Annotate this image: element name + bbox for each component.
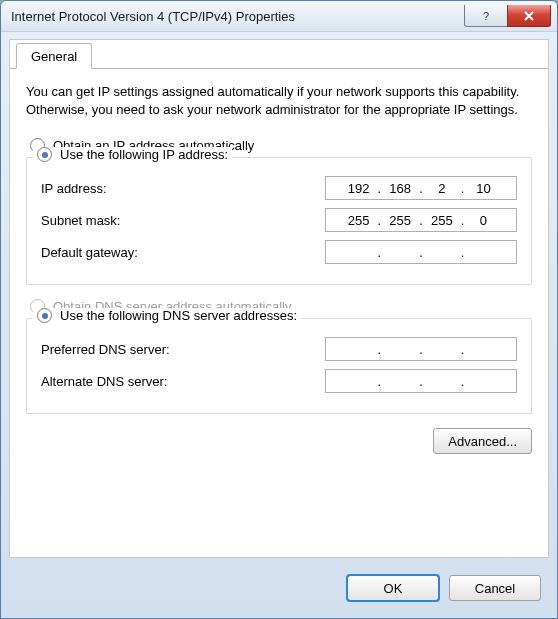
radio-manual-dns[interactable] (37, 308, 52, 323)
radio-manual-ip-label: Use the following IP address: (60, 147, 228, 162)
tabstrip: General (10, 40, 548, 69)
radio-manual-ip[interactable] (37, 147, 52, 162)
caption-buttons: ? (464, 5, 551, 27)
description-text: You can get IP settings assigned automat… (26, 83, 532, 118)
help-icon: ? (483, 10, 489, 22)
alt-dns-field[interactable]: . . . (325, 369, 517, 393)
ip-address-field[interactable]: 192. 168. 2. 10 (325, 176, 517, 200)
pref-dns-row: Preferred DNS server: . . . (41, 337, 517, 361)
radio-manual-dns-row[interactable]: Use the following DNS server addresses: (33, 308, 301, 323)
gateway-label: Default gateway: (41, 245, 325, 260)
ip-octet-1[interactable]: 192 (342, 181, 376, 196)
subnet-field[interactable]: 255. 255. 255. 0 (325, 208, 517, 232)
subnet-octet-2[interactable]: 255 (383, 213, 417, 228)
cancel-button-label: Cancel (475, 581, 515, 596)
tab-label: General (31, 49, 77, 64)
subnet-octet-3[interactable]: 255 (425, 213, 459, 228)
dns-group: Use the following DNS server addresses: … (26, 318, 532, 414)
gateway-row: Default gateway: . . . (41, 240, 517, 264)
titlebar: Internet Protocol Version 4 (TCP/IPv4) P… (1, 1, 557, 32)
help-button[interactable]: ? (464, 5, 508, 27)
ok-button-label: OK (384, 581, 403, 596)
radio-manual-ip-row[interactable]: Use the following IP address: (33, 147, 232, 162)
subnet-label: Subnet mask: (41, 213, 325, 228)
window-title: Internet Protocol Version 4 (TCP/IPv4) P… (11, 9, 464, 24)
alt-dns-row: Alternate DNS server: . . . (41, 369, 517, 393)
advanced-button-label: Advanced... (448, 434, 517, 449)
ip-address-row: IP address: 192. 168. 2. 10 (41, 176, 517, 200)
alt-dns-label: Alternate DNS server: (41, 374, 325, 389)
subnet-octet-4[interactable]: 0 (466, 213, 500, 228)
ip-octet-4[interactable]: 10 (466, 181, 500, 196)
ip-group: Use the following IP address: IP address… (26, 157, 532, 285)
ok-button[interactable]: OK (347, 575, 439, 601)
gateway-field[interactable]: . . . (325, 240, 517, 264)
ip-octet-2[interactable]: 168 (383, 181, 417, 196)
close-button[interactable] (507, 5, 551, 27)
subnet-row: Subnet mask: 255. 255. 255. 0 (41, 208, 517, 232)
advanced-row: Advanced... (26, 428, 532, 454)
subnet-octet-1[interactable]: 255 (342, 213, 376, 228)
dialog-footer: OK Cancel (9, 570, 549, 606)
close-icon (523, 11, 535, 21)
properties-dialog: Internet Protocol Version 4 (TCP/IPv4) P… (0, 0, 558, 619)
advanced-button[interactable]: Advanced... (433, 428, 532, 454)
radio-manual-dns-label: Use the following DNS server addresses: (60, 308, 297, 323)
ip-address-label: IP address: (41, 181, 325, 196)
cancel-button[interactable]: Cancel (449, 575, 541, 601)
client-area: General You can get IP settings assigned… (9, 39, 549, 558)
tab-general[interactable]: General (16, 43, 92, 69)
ip-octet-3[interactable]: 2 (425, 181, 459, 196)
pref-dns-field[interactable]: . . . (325, 337, 517, 361)
pref-dns-label: Preferred DNS server: (41, 342, 325, 357)
tab-content: You can get IP settings assigned automat… (10, 69, 548, 464)
